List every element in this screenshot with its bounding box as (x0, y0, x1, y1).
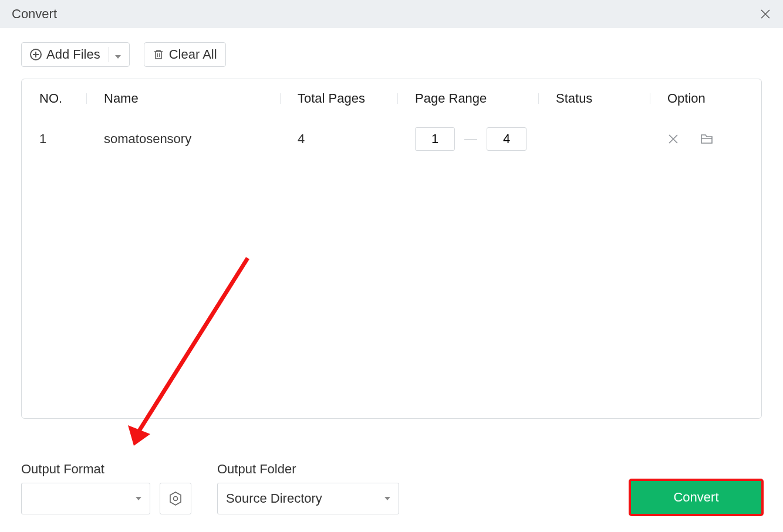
col-option: Option (650, 91, 762, 106)
page-from-input[interactable] (415, 127, 455, 151)
add-files-button[interactable]: Add Files (21, 42, 130, 67)
titlebar: Convert (0, 0, 783, 28)
clear-all-button[interactable]: Clear All (144, 42, 226, 67)
close-button[interactable] (760, 8, 771, 20)
trash-icon (153, 49, 164, 60)
convert-label: Convert (673, 490, 718, 505)
table-row: 1 somatosensory 4 — (22, 117, 761, 161)
window-title: Convert (12, 6, 57, 22)
cell-total-pages: 4 (280, 131, 397, 147)
format-settings-button[interactable] (160, 483, 191, 514)
svg-point-1 (174, 497, 178, 501)
col-total-pages: Total Pages (280, 91, 397, 106)
col-name: Name (86, 91, 280, 106)
chevron-down-icon (384, 497, 390, 500)
content-area: Add Files Clear All NO. Name Total Pages… (0, 28, 783, 419)
output-format-group: Output Format (21, 462, 191, 514)
svg-marker-0 (170, 492, 181, 505)
output-format-select[interactable] (21, 483, 150, 514)
toolbar: Add Files Clear All (21, 42, 762, 67)
output-folder-value: Source Directory (226, 491, 322, 506)
gear-icon (168, 491, 183, 506)
footer: Output Format Output Folder Source Direc… (21, 462, 762, 514)
cell-name: somatosensory (86, 131, 280, 147)
output-folder-group: Output Folder Source Directory (217, 462, 399, 514)
table-header: NO. Name Total Pages Page Range Status O… (22, 79, 761, 117)
col-status: Status (538, 91, 650, 106)
output-folder-select[interactable]: Source Directory (217, 483, 399, 514)
add-files-label: Add Files (46, 47, 100, 62)
footer-left: Output Format Output Folder Source Direc… (21, 462, 399, 514)
output-format-label: Output Format (21, 462, 191, 477)
file-table: NO. Name Total Pages Page Range Status O… (21, 79, 762, 419)
page-to-input[interactable] (487, 127, 526, 151)
add-files-dropdown-toggle[interactable] (109, 47, 121, 62)
cell-page-range: — (397, 127, 538, 151)
col-no: NO. (22, 91, 86, 106)
cell-no: 1 (22, 131, 86, 147)
range-dash-icon: — (464, 131, 477, 147)
chevron-down-icon (115, 55, 121, 59)
chevron-down-icon (136, 497, 141, 500)
plus-circle-icon (30, 49, 42, 60)
convert-button[interactable]: Convert (630, 480, 762, 514)
cell-option (650, 133, 762, 145)
clear-all-label: Clear All (169, 47, 217, 62)
close-icon (760, 9, 771, 19)
svg-marker-3 (128, 425, 150, 446)
remove-row-icon[interactable] (667, 133, 679, 145)
output-folder-label: Output Folder (217, 462, 399, 477)
col-page-range: Page Range (397, 91, 538, 106)
open-folder-icon[interactable] (700, 133, 713, 145)
